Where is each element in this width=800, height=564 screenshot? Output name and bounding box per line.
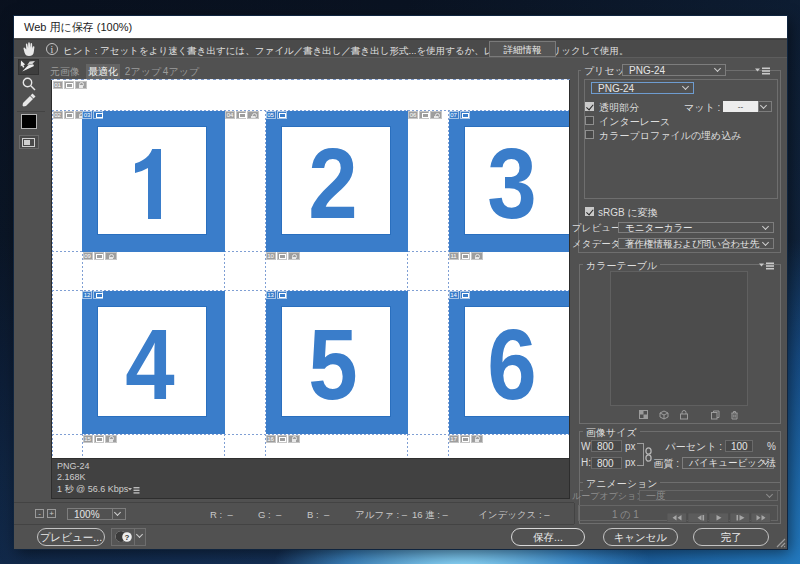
svg-text:?: ?: [125, 533, 130, 542]
